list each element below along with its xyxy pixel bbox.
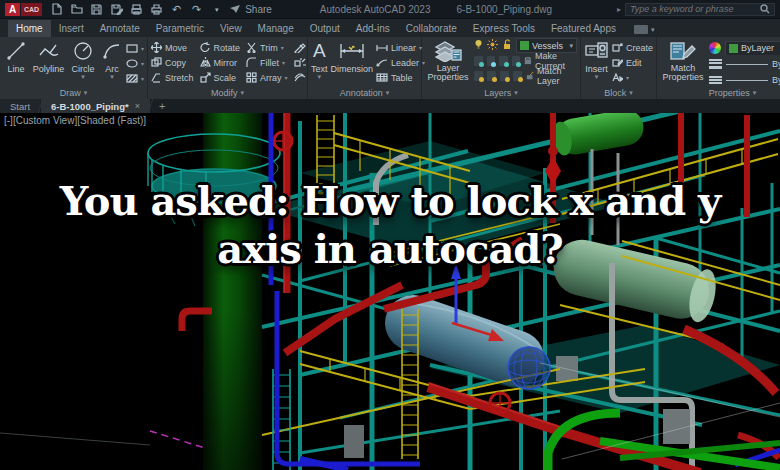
line-tool[interactable]: Line xyxy=(3,39,29,86)
search-input[interactable] xyxy=(630,4,756,14)
search-flyout-icon[interactable]: ▸ xyxy=(617,5,621,14)
viewport-minimize-control[interactable]: [-] xyxy=(4,115,13,126)
trim-tool[interactable]: Trim▾ xyxy=(246,41,288,54)
ellipse-tool[interactable]: ▾ xyxy=(126,57,144,69)
new-file-icon[interactable] xyxy=(50,3,63,16)
panel-block: Insert ▾ Create Edit ▾ Block▾ xyxy=(581,37,657,99)
panel-annotation: A Text ▾ Dimension Linear▾ Leader▾ Table… xyxy=(308,37,422,99)
panel-label-modify[interactable]: Modify▾ xyxy=(148,86,307,99)
tab-start[interactable]: Start xyxy=(0,99,40,113)
help-search-box[interactable] xyxy=(625,3,775,16)
linetype-dropdown[interactable]: ByLayer xyxy=(709,73,780,87)
edit-block-button[interactable]: Edit xyxy=(612,56,653,69)
layer-unisolate-icon[interactable] xyxy=(474,71,483,81)
layer-on-icon[interactable] xyxy=(474,39,483,52)
panel-label-block[interactable]: Block▾ xyxy=(581,86,656,99)
circle-tool[interactable]: Circle ▾ xyxy=(68,39,98,86)
share-button[interactable]: Share xyxy=(230,4,272,15)
leader-tool[interactable]: Leader▾ xyxy=(376,56,425,69)
polyline-tool[interactable]: Polyline xyxy=(32,39,65,86)
redo-icon[interactable]: ↷ xyxy=(190,3,203,16)
object-color-dropdown[interactable]: ByLayer ▾ xyxy=(725,41,780,55)
mirror-tool[interactable]: Mirror xyxy=(200,56,241,69)
chevron-down-icon: ▾ xyxy=(241,89,245,97)
save-as-icon[interactable] xyxy=(110,3,123,16)
copy-tool[interactable]: Copy xyxy=(151,56,194,69)
customize-toolbar-icon[interactable]: ▾ xyxy=(210,3,223,16)
chevron-down-icon: ▾ xyxy=(386,89,390,97)
fillet-tool[interactable]: Fillet▾ xyxy=(246,56,288,69)
ribbon-tab-featured-apps[interactable]: Featured Apps xyxy=(543,20,624,37)
layer-merge-icon[interactable] xyxy=(513,71,522,81)
panel-label-layers[interactable]: Layers▾ xyxy=(422,86,580,99)
open-folder-icon[interactable] xyxy=(70,3,83,16)
ribbon-chip-icon xyxy=(634,25,648,34)
plot-icon[interactable] xyxy=(130,3,143,16)
hatch-tool[interactable]: ▾ xyxy=(126,72,144,84)
edit-attributes-button[interactable]: ▾ xyxy=(612,71,653,84)
layer-properties-button[interactable]: Layer Properties xyxy=(425,39,471,86)
save-icon[interactable] xyxy=(90,3,103,16)
arc-tool[interactable]: Arc ▾ xyxy=(101,39,123,86)
title-bar: A CAD ↶ ↷ ▾ Share Autodesk AutoCAD 2023 … xyxy=(0,0,780,19)
ribbon-display-toggle[interactable]: ▾ xyxy=(634,25,655,37)
make-current-icon xyxy=(524,56,532,66)
scale-tool[interactable]: Scale xyxy=(200,71,241,84)
tab-drawing[interactable]: 6-B-1000_Piping* × xyxy=(41,99,150,113)
rotate-tool[interactable]: Rotate xyxy=(200,41,241,54)
ribbon-tab-insert[interactable]: Insert xyxy=(51,20,92,37)
erase-tool[interactable] xyxy=(294,42,306,54)
layer-off-icon[interactable] xyxy=(499,56,508,66)
color-wheel-icon[interactable] xyxy=(709,42,721,54)
undo-icon[interactable]: ↶ xyxy=(170,3,183,16)
layer-lock-icon[interactable] xyxy=(512,56,521,66)
search-icon[interactable] xyxy=(760,0,770,18)
panel-label-properties[interactable]: Properties▾ xyxy=(657,87,780,99)
match-properties-button[interactable]: Match Properties xyxy=(660,39,706,87)
lineweight-dropdown[interactable]: ByLayer xyxy=(709,57,780,71)
drawing-canvas[interactable]: [-][Custom View][Shaded (Fast)] xyxy=(0,113,780,470)
text-tool[interactable]: A Text ▾ xyxy=(311,39,328,86)
chevron-down-icon: ▾ xyxy=(281,44,284,51)
viewport-visual-style-control[interactable]: [Shaded (Fast)] xyxy=(77,115,146,126)
ribbon-tab-parametric[interactable]: Parametric xyxy=(148,20,212,37)
panel-label-draw[interactable]: Draw▾ xyxy=(0,86,147,99)
insert-block-button[interactable]: Insert ▾ xyxy=(584,39,609,86)
create-block-button[interactable]: Create xyxy=(612,41,653,54)
ribbon-tab-annotate[interactable]: Annotate xyxy=(92,20,148,37)
layer-thaw-icon[interactable] xyxy=(487,39,498,52)
print-icon[interactable] xyxy=(150,3,163,16)
layer-isolate-icon[interactable] xyxy=(474,56,483,66)
panel-label-annotation[interactable]: Annotation▾ xyxy=(308,86,421,99)
array-tool[interactable]: Array▾ xyxy=(246,71,288,84)
app-title: Autodesk AutoCAD 2023 xyxy=(320,4,431,15)
ribbon-tab-output[interactable]: Output xyxy=(302,20,348,37)
chevron-down-icon: ▾ xyxy=(84,89,88,97)
viewport-view-control[interactable]: [Custom View] xyxy=(13,115,77,126)
linear-dimension-tool[interactable]: Linear▾ xyxy=(376,41,425,54)
layer-vpfreeze-icon[interactable] xyxy=(500,71,509,81)
ribbon-tab-view[interactable]: View xyxy=(212,20,250,37)
linetype-value: ByLayer xyxy=(772,75,780,85)
dimension-tool[interactable]: Dimension xyxy=(331,39,374,86)
rectangle-tool[interactable]: ▾ xyxy=(126,42,144,54)
ribbon-tab-manage[interactable]: Manage xyxy=(250,20,302,37)
offset-tool[interactable] xyxy=(294,72,306,84)
explode-tool[interactable] xyxy=(294,57,306,69)
ribbon-tab-collaborate[interactable]: Collaborate xyxy=(398,20,465,37)
close-tab-icon[interactable]: × xyxy=(135,101,140,111)
ribbon-tab-addins[interactable]: Add-ins xyxy=(348,20,398,37)
ribbon-tab-home[interactable]: Home xyxy=(8,20,51,37)
match-layer-button[interactable]: Match Layer xyxy=(526,66,577,86)
stretch-tool[interactable]: Stretch xyxy=(151,71,194,84)
new-tab-button[interactable]: + xyxy=(151,99,173,113)
layer-unlock-icon[interactable] xyxy=(502,39,512,52)
autocad-logo[interactable]: A CAD xyxy=(5,3,42,16)
move-tool[interactable]: Move xyxy=(151,41,194,54)
chevron-down-icon: ▾ xyxy=(282,59,285,66)
panel-properties: Match Properties ByLayer ▾ ByLayer xyxy=(657,37,780,99)
ribbon-tab-express-tools[interactable]: Express Tools xyxy=(465,20,543,37)
layer-freeze-icon[interactable] xyxy=(487,56,496,66)
table-tool[interactable]: Table xyxy=(376,71,425,84)
layer-walk-icon[interactable] xyxy=(487,71,496,81)
